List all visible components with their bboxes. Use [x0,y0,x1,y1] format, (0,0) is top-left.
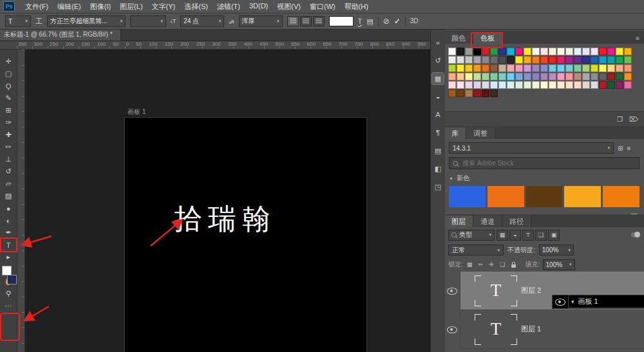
color-swatch[interactable] [473,48,481,55]
color-swatch[interactable] [582,81,590,89]
cancel-edits-button[interactable]: ⊘ [383,17,390,25]
color-swatch[interactable] [465,89,473,97]
edit-toolbar-button[interactable]: ⋯ [0,300,17,312]
color-swatch[interactable] [582,64,590,72]
color-swatch[interactable] [490,81,498,89]
color-swatch[interactable] [498,81,506,89]
color-swatch[interactable] [448,56,456,64]
menu-item[interactable]: 编辑(E) [53,2,86,12]
color-swatch[interactable] [532,64,540,72]
color-swatch[interactable] [507,73,515,80]
color-swatch[interactable] [532,81,540,89]
color-swatch[interactable] [465,73,473,80]
color-swatch[interactable] [591,73,598,80]
filter-adjustment-layers-icon[interactable]: ◒ [509,230,521,241]
color-swatch[interactable] [498,56,506,64]
color-swatch[interactable] [540,64,548,72]
color-swatch[interactable] [473,64,481,72]
marquee-tool[interactable]: ▢ [0,68,17,80]
filter-shape-layers-icon[interactable]: ❏ [535,230,547,241]
grid-view-icon[interactable]: ⊞ [618,145,623,152]
color-swatch[interactable] [490,64,498,72]
menu-item[interactable]: 文件(F) [21,2,53,12]
color-swatch[interactable] [524,81,531,89]
color-swatch[interactable] [457,56,464,64]
color-swatch[interactable] [565,64,573,72]
color-swatch[interactable] [524,56,531,64]
color-swatch[interactable] [473,56,481,64]
menu-item[interactable]: 视图(V) [272,2,305,12]
blend-mode-select[interactable]: 正常 ▾ [448,245,504,255]
library-color-chip[interactable] [488,186,524,207]
lock-all-icon[interactable] [509,261,518,269]
color-swatch[interactable] [607,81,615,89]
tab-paths[interactable]: 路径 [502,216,531,227]
color-swatch[interactable] [574,48,582,55]
commit-edits-button[interactable]: ✓ [394,17,401,25]
layer-row-main[interactable]: ▾画板 1 [569,295,644,308]
layer-thumbnail[interactable]: T [475,314,517,345]
color-swatch[interactable] [582,48,590,55]
layer-thumbnail[interactable]: T [475,275,517,306]
foreground-color-swatch[interactable] [2,266,12,275]
color-swatch[interactable] [515,64,523,72]
color-swatch[interactable] [507,48,515,55]
color-swatch[interactable] [549,48,556,55]
color-swatch[interactable] [490,89,498,97]
filter-toggle[interactable] [631,232,640,237]
color-swatch[interactable] [540,73,548,80]
color-swatch[interactable] [616,56,623,64]
color-swatch[interactable] [582,56,590,64]
color-swatch[interactable] [490,56,498,64]
text-orientation-icon[interactable]: 工 [35,18,43,25]
collapse-dock-icon[interactable]: « [432,37,444,48]
color-swatch[interactable] [457,73,464,80]
menu-item[interactable]: 图像(I) [86,2,115,12]
color-swatch[interactable] [532,73,540,80]
character-panel-icon[interactable]: A [432,109,444,120]
color-swatch[interactable] [515,81,523,89]
path-selection-tool[interactable]: ▸ [0,251,17,263]
delete-swatch-icon[interactable]: ⌦ [629,116,638,123]
libraries-panel-icon[interactable]: ▤ [432,145,444,156]
color-swatch[interactable] [574,64,582,72]
color-swatch[interactable] [473,89,481,97]
eyedropper-tool[interactable]: ✑ [0,116,17,129]
properties-panel-icon[interactable]: ◧ [432,163,444,174]
panel-menu-icon[interactable]: ≡ [636,35,644,44]
color-swatch[interactable] [515,56,523,64]
text-color-swatch[interactable] [329,16,354,26]
lock-artboard-icon[interactable]: ❏ [498,261,507,269]
color-swatch[interactable] [498,48,506,55]
color-swatch[interactable] [574,56,582,64]
paragraph-panel-icon[interactable]: ¶ [432,127,444,138]
adjustments-panel-icon[interactable]: ◒ [432,91,444,102]
color-swatch[interactable] [624,48,632,55]
vertical-ruler[interactable] [17,50,25,352]
align-left-icon[interactable] [287,16,299,26]
color-swatch[interactable] [490,73,498,80]
color-swatch[interactable] [465,81,473,89]
library-section-header[interactable]: ▼ 新色 [449,174,639,183]
crop-tool[interactable]: ⊞ [0,104,17,116]
color-swatch[interactable] [565,56,573,64]
color-swatch[interactable] [465,48,473,55]
color-swatch[interactable] [482,64,489,72]
color-swatch[interactable] [557,56,565,64]
lock-position-icon[interactable]: ✛ [488,261,496,269]
healing-brush-tool[interactable]: ✚ [0,129,17,141]
color-swatch[interactable] [457,48,464,55]
color-swatch[interactable] [540,56,548,64]
align-center-icon[interactable] [300,16,312,26]
tab-adjustments[interactable]: 调整 [466,127,495,139]
color-swatch[interactable] [591,64,598,72]
color-swatch[interactable] [457,81,464,89]
menu-item[interactable]: 3D(D) [245,2,272,12]
search-input[interactable] [461,159,636,167]
foreground-background-color-control[interactable] [1,264,17,288]
layer-visibility-toggle[interactable] [444,272,460,310]
layer-visibility-toggle[interactable] [553,295,569,308]
color-swatch[interactable] [607,73,615,80]
menu-item[interactable]: 帮助(H) [340,2,373,12]
artboard[interactable]: 拾瑞翰 [124,117,367,352]
